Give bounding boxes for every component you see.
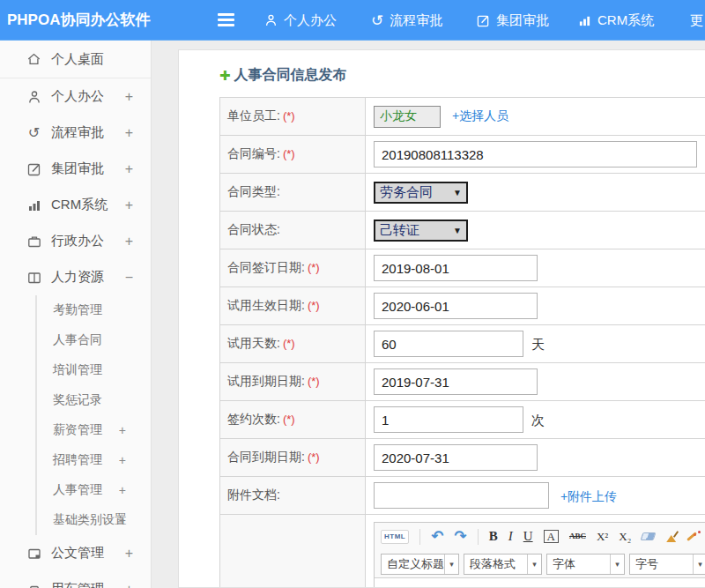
user-icon [26,89,41,104]
editor-toolbar-row2: 自定义标题 ▾ 段落格式 ▾ 字体 ▾ [375,550,705,577]
required-mark: (*) [283,147,295,160]
expand-icon[interactable]: + [125,546,133,562]
unit-suffix: 次 [531,413,545,428]
nav-workflow-approval[interactable]: ↺ 流程审批 [371,0,442,41]
contract-type-select[interactable]: 劳务合同 ▼ [374,182,468,204]
hr-submenu: 考勤管理 人事合同 培训管理 奖惩记录 薪资管理 + 招聘管理 + 人事管理 +… [35,295,151,535]
sidebar: 个人桌面 个人办公 + ↺ 流程审批 + 集团审批 + CRM系统 + 行政办公… [0,41,152,588]
chevron-down-icon: ▾ [693,555,705,574]
required-mark: (*) [283,109,295,123]
field-label: 单位员工: [227,108,280,123]
chevron-down-icon: ▾ [610,555,624,574]
superscript-button[interactable]: X² [597,531,608,542]
home-icon [26,52,41,67]
field-label: 合同类型: [227,184,280,198]
expand-icon[interactable]: + [125,89,133,105]
flow-arrow-icon: ↺ [371,13,383,28]
bar-chart-icon [26,197,41,212]
font-color-button[interactable]: A [544,530,559,543]
sign-count-input[interactable] [374,406,523,433]
required-mark: (*) [308,375,320,388]
table-row: 单位员工:(*) +选择人员 [220,98,705,136]
contract-no-input[interactable] [374,141,697,167]
add-icon: ✚ [219,68,231,84]
sidebar-subitem-base-category[interactable]: 基础类别设置 + [37,505,151,535]
expand-icon[interactable]: + [119,453,126,467]
field-label: 试用生效日期: [227,298,305,312]
subscript-button[interactable]: X₂ [619,531,631,542]
sidebar-item-vehicle-mgmt[interactable]: 用车管理 + [0,571,151,588]
contract-end-date-input[interactable] [374,444,538,471]
expand-icon[interactable]: + [119,483,126,497]
format-brush-icon[interactable] [665,531,678,542]
nav-crm-system[interactable]: CRM系统 [578,0,654,41]
table-row: 合同到期日期:(*) [220,439,705,477]
book-icon [26,270,41,285]
table-row: 试用生效日期:(*) [220,287,705,325]
sidebar-subitem-rewards[interactable]: 奖惩记录 [37,385,151,415]
sidebar-subitem-recruitment[interactable]: 招聘管理 + [37,445,151,475]
trial-start-date-input[interactable] [374,293,538,319]
sidebar-subitem-attendance[interactable]: 考勤管理 [37,295,151,325]
form-title: 人事合同信息发布 [234,66,347,85]
trial-days-input[interactable] [374,331,523,357]
sidebar-item-admin-office[interactable]: 行政办公 + [0,223,151,259]
sidebar-item-personal-office[interactable]: 个人办公 + [0,78,151,115]
sidebar-item-document-mgmt[interactable]: 公文管理 + [0,535,151,571]
sidebar-item-crm-system[interactable]: CRM系统 + [0,187,151,223]
italic-button[interactable]: I [508,530,513,543]
sidebar-item-human-resources[interactable]: 人力资源 − [0,259,151,295]
nav-group-approval[interactable]: 集团审批 [477,0,549,41]
sidebar-subitem-training[interactable]: 培训管理 [37,355,151,385]
edit-square-icon [26,161,41,176]
table-row: 合同编号:(*) [220,136,705,174]
font-family-select[interactable]: 字体 ▾ [546,554,625,575]
table-row: 试用到期日期:(*) [220,363,705,401]
select-person-link[interactable]: +选择人员 [452,108,508,123]
expand-icon[interactable]: + [125,234,133,249]
nav-more[interactable]: 更 [690,0,703,41]
required-mark: (*) [308,450,320,464]
sign-date-input[interactable] [374,255,538,281]
field-label: 合同编号: [227,146,280,160]
sidebar-subitem-hr-contract[interactable]: 人事合同 [37,325,151,355]
sidebar-item-personal-desktop[interactable]: 个人桌面 [0,41,151,78]
upload-attachment-link[interactable]: +附件上传 [560,489,617,503]
expand-icon[interactable]: + [119,513,126,527]
attachment-input[interactable] [374,482,549,509]
expand-icon[interactable]: + [125,582,133,588]
bold-button[interactable]: B [489,530,498,543]
editor-toolbar-row1: HTML ↶ ↷ B I U A ABC X² X₂ [375,523,705,550]
expand-icon[interactable]: + [125,161,133,177]
sidebar-item-group-approval[interactable]: 集团审批 + [0,151,151,187]
required-mark: (*) [308,299,320,312]
underline-button[interactable]: U [523,530,533,543]
undo-icon[interactable]: ↶ [431,529,443,544]
expand-icon[interactable]: + [125,197,133,213]
expand-icon[interactable]: + [119,423,126,437]
contract-form-table: 单位员工:(*) +选择人员 合同编号:(*) 合同类型: [219,97,705,588]
bar-chart-icon [578,14,591,27]
sidebar-subitem-salary[interactable]: 薪资管理 + [37,415,151,445]
collapse-icon[interactable]: − [125,270,133,286]
sidebar-item-workflow-approval[interactable]: ↺ 流程审批 + [0,115,151,151]
html-source-button[interactable]: HTML [381,530,409,544]
expand-icon[interactable]: + [125,125,133,141]
custom-title-select[interactable]: 自定义标题 ▾ [381,554,459,575]
trial-end-date-input[interactable] [374,368,538,395]
font-size-select[interactable]: 字号 ▾ [629,554,705,575]
redo-icon[interactable]: ↷ [454,529,466,544]
eraser-icon[interactable] [641,532,657,540]
contract-status-select[interactable]: 己转证 ▼ [374,220,468,242]
sidebar-subitem-personnel[interactable]: 人事管理 + [37,475,151,505]
nav-personal-office[interactable]: 个人办公 [264,0,337,41]
editor-content-area[interactable] [375,577,705,588]
strikethrough-button[interactable]: ABC [569,532,586,540]
app-logo[interactable]: PHPOA协同办公软件 [7,0,150,41]
employee-input[interactable] [374,106,441,128]
select-arrow-icon: ▼ [453,188,462,197]
magic-wand-icon[interactable] [688,531,702,543]
menu-toggle-icon[interactable] [218,13,234,29]
field-label: 试用天数: [227,336,280,350]
paragraph-format-select[interactable]: 段落格式 ▾ [464,554,542,575]
